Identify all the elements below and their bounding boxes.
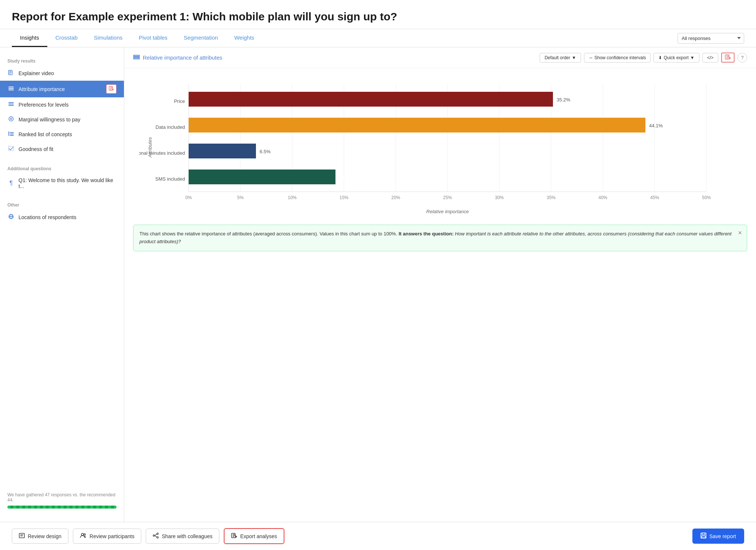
chart-controls: Default order ▼ ↔ Show confidence interv… [540, 53, 747, 63]
sidebar-item-marginal[interactable]: Marginal willingness to pay [0, 112, 124, 127]
svg-rect-8 [9, 102, 14, 103]
svg-text:44.1%: 44.1% [649, 123, 663, 128]
progress-bar-bg [7, 506, 117, 509]
svg-text:SMS included: SMS included [155, 176, 185, 182]
svg-rect-4 [9, 87, 14, 87]
tab-weights[interactable]: Weights [226, 29, 262, 47]
ranked-icon [7, 131, 15, 138]
svg-text:Price: Price [174, 98, 185, 104]
tab-insights[interactable]: Insights [12, 29, 47, 47]
sidebar-footer: We have gathered 47 responses vs. the re… [0, 486, 124, 514]
info-close-btn[interactable]: ✕ [738, 229, 742, 237]
tab-bar: Insights Crosstab Simulations Pivot tabl… [0, 29, 756, 47]
sidebar-item-ranked[interactable]: Ranked list of concepts [0, 127, 124, 142]
other-label: Other [0, 199, 124, 210]
svg-rect-14 [10, 132, 14, 133]
svg-rect-13 [9, 131, 9, 136]
bar-price [189, 92, 553, 107]
export-analyses-icon [231, 533, 237, 540]
svg-rect-9 [9, 104, 14, 104]
tab-segmentation[interactable]: Segmentation [176, 29, 226, 47]
info-box: This chart shows the relative importance… [133, 225, 747, 251]
quick-export-btn[interactable]: ⬇ Quick export ▼ [654, 53, 699, 63]
marginal-label: Marginal willingness to pay [18, 117, 80, 123]
svg-text:6.5%: 6.5% [260, 149, 271, 154]
share-with-colleagues-btn[interactable]: Share with colleagues [146, 529, 219, 544]
bar-data [189, 118, 645, 133]
chart-title: Relative importance of attributes [133, 54, 535, 61]
svg-point-62 [157, 537, 158, 538]
svg-text:15%: 15% [340, 195, 348, 200]
export-analyses-btn[interactable]: Export analyses [224, 528, 284, 544]
preferences-icon [7, 101, 15, 108]
review-participants-btn[interactable]: Review participants [73, 529, 141, 544]
sidebar-export-button[interactable] [106, 84, 117, 94]
svg-rect-21 [134, 55, 139, 56]
svg-rect-17 [9, 146, 14, 151]
svg-point-59 [81, 533, 84, 536]
svg-rect-10 [9, 105, 14, 106]
locations-icon [7, 214, 15, 221]
review-participants-icon [80, 533, 87, 540]
svg-text:20%: 20% [391, 195, 400, 200]
svg-text:25%: 25% [443, 195, 452, 200]
sidebar-item-explainer-video[interactable]: Explainer video [0, 66, 124, 81]
bar-sms [189, 170, 335, 184]
svg-rect-1 [9, 71, 11, 72]
bottom-toolbar: Review design Review participants Share … [0, 522, 756, 550]
svg-rect-23 [134, 58, 139, 59]
goodness-label: Goodness of fit [18, 146, 53, 152]
tab-simulations[interactable]: Simulations [86, 29, 131, 47]
svg-point-11 [9, 117, 13, 121]
info-text-normal: This chart shows the relative importance… [139, 231, 397, 237]
chart-title-icon [133, 54, 140, 61]
q1-label: Q1: Welcome to this study. We would like… [18, 177, 117, 189]
embed-btn[interactable]: </> [702, 53, 718, 63]
default-order-btn[interactable]: Default order ▼ [540, 53, 581, 63]
sidebar-item-locations[interactable]: Locations of respondents [0, 210, 124, 225]
confidence-intervals-btn[interactable]: ↔ Show confidence intervals [584, 53, 651, 63]
responses-select[interactable]: All responses [678, 33, 744, 44]
tab-pivot-tables[interactable]: Pivot tables [131, 29, 176, 47]
svg-text:30%: 30% [495, 195, 504, 200]
export-chart-btn[interactable] [721, 53, 735, 63]
sidebar-item-goodness[interactable]: Goodness of fit [0, 142, 124, 157]
svg-rect-5 [9, 88, 14, 89]
progress-bar-fill [7, 506, 117, 509]
chart-area: Attributes [124, 68, 756, 225]
svg-text:Data included: Data included [156, 124, 185, 130]
chart-header: Relative importance of attributes Defaul… [124, 47, 756, 68]
attribute-importance-label: Attribute importance [18, 86, 65, 92]
footer-text: We have gathered 47 responses vs. the re… [7, 492, 117, 503]
review-design-btn[interactable]: Review design [12, 529, 68, 544]
svg-rect-3 [9, 73, 11, 74]
sidebar-item-preferences[interactable]: Preferences for levels [0, 97, 124, 112]
svg-line-65 [155, 536, 157, 537]
dropdown-icon: ▼ [572, 55, 576, 60]
bar-chart: Attributes [139, 77, 741, 218]
page-title: Report for Example experiment 1: Which m… [12, 10, 744, 23]
svg-text:40%: 40% [598, 195, 607, 200]
sidebar-item-attribute-importance[interactable]: Attribute importance [0, 81, 124, 97]
tab-bar-right: All responses [678, 33, 744, 44]
svg-text:5%: 5% [237, 195, 244, 200]
page-wrapper: Report for Example experiment 1: Which m… [0, 0, 756, 550]
goodness-icon [7, 145, 15, 153]
page-header: Report for Example experiment 1: Which m… [0, 0, 756, 29]
help-btn[interactable]: ? [738, 53, 747, 63]
svg-rect-16 [10, 135, 14, 136]
svg-text:Relative importance: Relative importance [426, 209, 469, 214]
explainer-video-icon [7, 70, 15, 77]
svg-text:International minutes included: International minutes included [139, 150, 185, 156]
tab-crosstab[interactable]: Crosstab [47, 29, 86, 47]
svg-line-64 [155, 534, 157, 536]
main-layout: Study results Explainer video Attribute … [0, 47, 756, 522]
sidebar: Study results Explainer video Attribute … [0, 47, 124, 522]
svg-rect-22 [134, 57, 139, 58]
attribute-importance-icon [7, 85, 15, 93]
sidebar-item-q1[interactable]: ¶ Q1: Welcome to this study. We would li… [0, 174, 124, 193]
save-icon [701, 533, 706, 540]
svg-rect-15 [10, 134, 14, 134]
save-report-btn[interactable]: Save report [692, 529, 744, 544]
marginal-icon [7, 116, 15, 123]
